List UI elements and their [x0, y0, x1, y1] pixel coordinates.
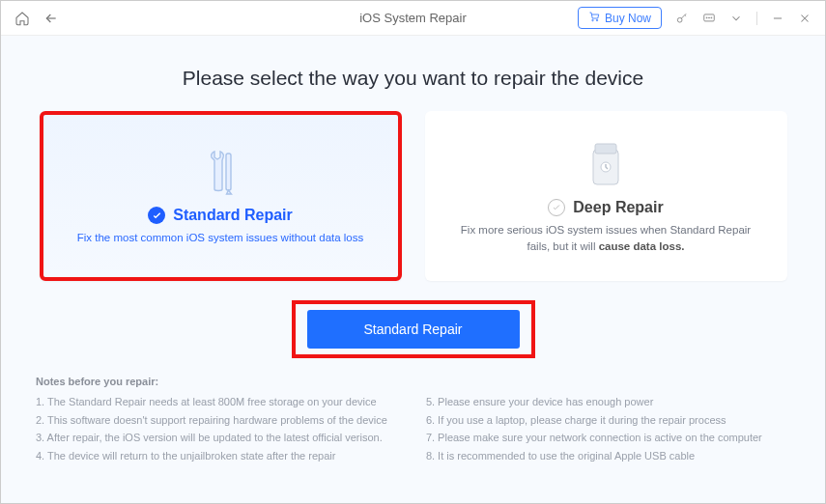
svg-point-1 — [596, 19, 598, 21]
unchecked-icon — [548, 199, 565, 216]
titlebar: iOS System Repair Buy Now — [1, 1, 825, 36]
notes-col-left: 1. The Standard Repair needs at least 80… — [36, 393, 387, 465]
check-icon — [148, 207, 165, 224]
feedback-icon[interactable] — [702, 12, 716, 25]
note-item: 4. The device will return to the unjailb… — [36, 447, 387, 465]
svg-rect-9 — [595, 144, 616, 154]
note-item: 1. The Standard Repair needs at least 80… — [36, 393, 387, 411]
back-icon[interactable] — [43, 11, 59, 26]
svg-point-0 — [592, 19, 594, 21]
svg-point-6 — [711, 16, 712, 17]
svg-point-5 — [709, 16, 710, 17]
deep-repair-desc: Fix more serious iOS system issues when … — [452, 222, 760, 256]
action-highlight: Standard Repair — [292, 300, 535, 358]
minimize-icon[interactable] — [771, 12, 784, 25]
device-icon — [582, 137, 630, 193]
page-title: Please select the way you want to repair… — [36, 67, 790, 90]
notes-section: Notes before you repair: 1. The Standard… — [36, 376, 790, 465]
note-item: 3. After repair, the iOS version will be… — [36, 429, 387, 447]
chevron-down-icon[interactable] — [729, 12, 743, 25]
app-window: iOS System Repair Buy Now — [0, 0, 826, 504]
standard-repair-card[interactable]: Standard Repair Fix the most common iOS … — [40, 111, 402, 281]
home-icon[interactable] — [14, 11, 30, 26]
deep-repair-card[interactable]: Deep Repair Fix more serious iOS system … — [425, 111, 787, 281]
notes-col-right: 5. Please ensure your device has enough … — [426, 393, 762, 465]
svg-point-4 — [706, 16, 707, 17]
repair-options: Standard Repair Fix the most common iOS … — [36, 111, 790, 281]
tools-icon — [200, 145, 241, 201]
note-item: 6. If you use a laptop, please charge it… — [426, 411, 762, 430]
buy-now-button[interactable]: Buy Now — [578, 7, 662, 29]
standard-repair-button[interactable]: Standard Repair — [307, 310, 520, 349]
standard-repair-title: Standard Repair — [173, 207, 293, 224]
svg-point-2 — [677, 17, 682, 22]
note-item: 5. Please ensure your device has enough … — [426, 393, 762, 411]
close-icon[interactable] — [798, 12, 812, 25]
deep-repair-title: Deep Repair — [573, 199, 663, 216]
key-icon[interactable] — [675, 12, 689, 25]
action-area: Standard Repair — [36, 300, 790, 358]
separator — [756, 12, 757, 25]
content-area: Please select the way you want to repair… — [1, 36, 825, 503]
svg-rect-7 — [226, 154, 231, 190]
standard-repair-desc: Fix the most common iOS system issues wi… — [77, 230, 364, 246]
note-item: 8. It is recommended to use the original… — [426, 447, 762, 465]
buy-now-label: Buy Now — [605, 12, 651, 25]
cart-icon — [588, 11, 600, 25]
note-item: 2. This software doesn't support repairi… — [36, 411, 387, 430]
note-item: 7. Please make sure your network connect… — [426, 429, 762, 447]
notes-title: Notes before you repair: — [36, 376, 790, 387]
